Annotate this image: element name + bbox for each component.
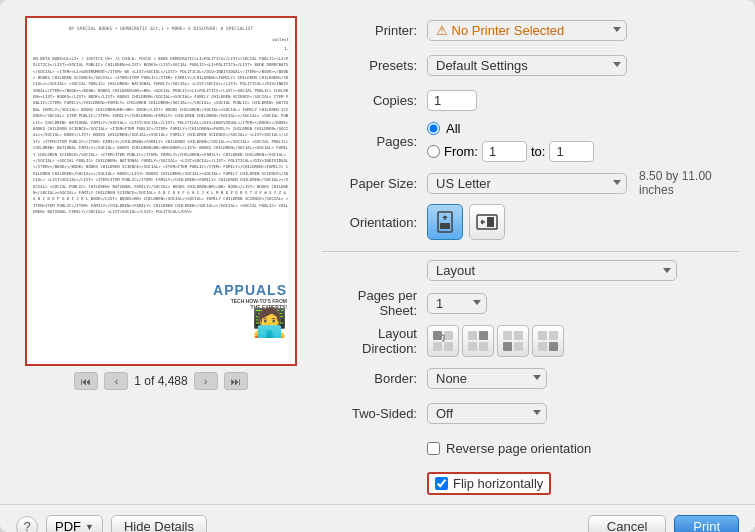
copies-row: Copies: <box>322 86 739 114</box>
svg-rect-15 <box>479 331 488 340</box>
two-sided-label: Two-Sided: <box>322 406 427 421</box>
first-page-button[interactable]: ⏮ <box>74 372 98 390</box>
pages-per-sheet-select[interactable]: 1 2 4 <box>427 293 487 314</box>
pages-all-radio[interactable] <box>427 122 440 135</box>
portrait-button[interactable] <box>427 204 463 240</box>
two-sided-control: Off <box>427 403 739 424</box>
page-header-text: BY SPECIAL BOOKS • DEMOCRATIC &lt;1 + MO… <box>33 26 289 33</box>
pages-from-radio[interactable] <box>427 145 440 158</box>
border-label: Border: <box>322 371 427 386</box>
svg-rect-25 <box>549 342 558 351</box>
svg-rect-24 <box>538 342 547 351</box>
pages-per-sheet-row: Pages per Sheet: 1 2 4 <box>322 288 739 318</box>
dir-btn-m[interactable] <box>532 325 564 357</box>
flip-horizontal-control: Flip horizontally <box>427 472 739 495</box>
print-button[interactable]: Print <box>674 515 739 532</box>
appuals-watermark: APPUALS TECH HOW-TO'S FROMTHE EXPERTS! 🧑… <box>213 282 287 339</box>
dir-m-icon <box>537 330 559 352</box>
pdf-arrow-icon: ▼ <box>85 522 94 532</box>
preview-page: BY SPECIAL BOOKS • DEMOCRATIC &lt;1 + MO… <box>27 18 295 224</box>
two-sided-row: Two-Sided: Off <box>322 399 739 427</box>
printer-label: Printer: <box>322 23 427 38</box>
copies-label: Copies: <box>322 93 427 108</box>
pdf-button[interactable]: PDF ▼ <box>46 515 103 532</box>
paper-size-control: US Letter 8.50 by 11.00 inches <box>427 169 739 197</box>
appuals-figure: 🧑‍💻 <box>252 306 287 339</box>
prev-page-button[interactable]: ‹ <box>104 372 128 390</box>
layout-direction-label: Layout Direction: <box>322 326 427 356</box>
pages-from-row: From: to: <box>427 141 594 162</box>
flip-horizontal-checkbox[interactable] <box>435 477 448 490</box>
border-row: Border: None <box>322 364 739 392</box>
last-page-button[interactable]: ⏭ <box>224 372 248 390</box>
portrait-icon <box>436 211 454 233</box>
print-dialog: BY SPECIAL BOOKS • DEMOCRATIC &lt;1 + MO… <box>0 0 755 532</box>
appuals-logo-text: APPUALS <box>213 282 287 298</box>
svg-rect-16 <box>468 342 477 351</box>
pages-from-input[interactable] <box>482 141 527 162</box>
pages-all-row: All <box>427 121 460 136</box>
svg-rect-22 <box>538 331 547 340</box>
svg-rect-13 <box>444 342 453 351</box>
layout-direction-buttons <box>427 325 564 357</box>
pages-all-label: All <box>446 121 460 136</box>
paper-size-row: Paper Size: US Letter 8.50 by 11.00 inch… <box>322 169 739 197</box>
pdf-label: PDF <box>55 519 81 532</box>
svg-rect-11 <box>444 331 453 340</box>
landscape-button[interactable] <box>469 204 505 240</box>
pages-row: Pages: All From: to: <box>322 121 739 162</box>
svg-rect-4 <box>440 223 450 229</box>
pages-from-label: From: <box>444 144 478 159</box>
hide-details-button[interactable]: Hide Details <box>111 515 207 532</box>
presets-select[interactable]: Default Settings <box>427 55 627 76</box>
reverse-orientation-row: Reverse page orientation <box>322 434 739 462</box>
svg-rect-19 <box>514 331 523 340</box>
flip-horizontal-row: Flip horizontally <box>322 469 739 497</box>
controls-panel: Printer: ⚠ No Printer Selected Presets: … <box>322 16 739 504</box>
presets-control: Default Settings <box>427 55 739 76</box>
dir-z-icon <box>432 330 454 352</box>
layout-direction-row: Layout Direction: <box>322 325 739 357</box>
presets-row: Presets: Default Settings <box>322 51 739 79</box>
layout-section-row: Layout <box>322 260 739 281</box>
svg-rect-14 <box>468 331 477 340</box>
page-num: 1. <box>33 46 289 52</box>
svg-rect-10 <box>433 331 442 340</box>
border-control: None <box>427 368 739 389</box>
svg-rect-18 <box>503 331 512 340</box>
cancel-button[interactable]: Cancel <box>588 515 666 532</box>
dir-btn-n[interactable] <box>497 325 529 357</box>
page-label: collect <box>33 37 289 43</box>
paper-size-label: Paper Size: <box>322 176 427 191</box>
paper-size-info: 8.50 by 11.00 inches <box>639 169 739 197</box>
page-counter: 1 of 4,488 <box>134 374 187 388</box>
layout-section-select[interactable]: Layout <box>427 260 677 281</box>
help-button[interactable]: ? <box>16 516 38 533</box>
copies-input[interactable] <box>427 90 477 111</box>
flip-horizontal-wrapper: Flip horizontally <box>427 472 551 495</box>
page-text-content: ON BETA BOOK<UL>LI• / JUSTICE US• /S CHI… <box>33 56 289 216</box>
reverse-orientation-label: Reverse page orientation <box>446 441 591 456</box>
printer-row: Printer: ⚠ No Printer Selected <box>322 16 739 44</box>
pages-per-sheet-control: 1 2 4 <box>427 293 739 314</box>
paper-size-select[interactable]: US Letter <box>427 173 627 194</box>
printer-select[interactable]: ⚠ No Printer Selected <box>427 20 627 41</box>
landscape-icon <box>476 213 498 231</box>
svg-rect-23 <box>549 331 558 340</box>
dir-btn-s[interactable] <box>462 325 494 357</box>
two-sided-select[interactable]: Off <box>427 403 547 424</box>
orientation-control <box>427 204 739 240</box>
pages-per-sheet-label: Pages per Sheet: <box>322 288 427 318</box>
pages-to-input[interactable] <box>549 141 594 162</box>
pages-label: Pages: <box>322 134 427 149</box>
preview-frame: BY SPECIAL BOOKS • DEMOCRATIC &lt;1 + MO… <box>25 16 297 366</box>
pages-control: All From: to: <box>427 121 739 162</box>
next-page-button[interactable]: › <box>194 372 218 390</box>
dir-n-icon <box>502 330 524 352</box>
reverse-orientation-checkbox[interactable] <box>427 442 440 455</box>
border-select[interactable]: None <box>427 368 547 389</box>
page-navigation: ⏮ ‹ 1 of 4,488 › ⏭ <box>74 372 247 390</box>
reverse-orientation-control: Reverse page orientation <box>427 441 739 456</box>
dir-btn-z[interactable] <box>427 325 459 357</box>
svg-rect-21 <box>514 342 523 351</box>
